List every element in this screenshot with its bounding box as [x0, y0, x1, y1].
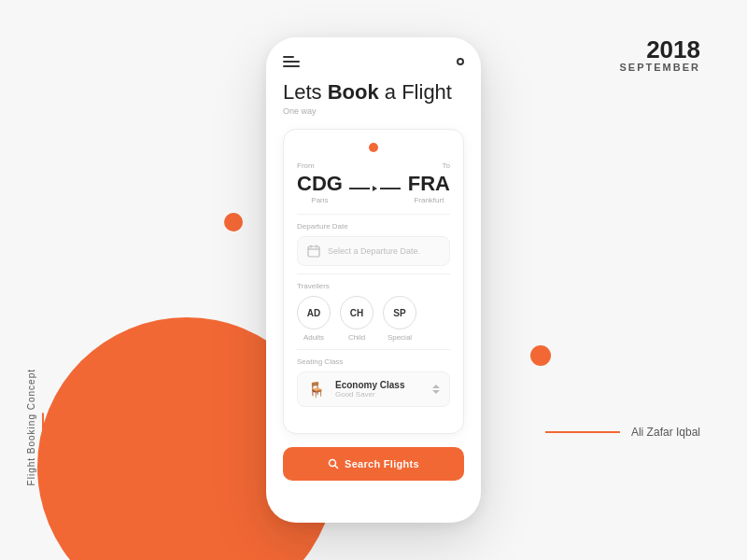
date-placeholder: Select a Departure Date.	[328, 246, 420, 256]
arrow-line-2	[380, 188, 401, 189]
route-from[interactable]: CDG Paris	[297, 172, 343, 204]
bg-circle-small-left	[224, 213, 243, 231]
traveller-child[interactable]: CH Child	[340, 296, 374, 342]
date-picker-row[interactable]: Select a Departure Date.	[297, 236, 450, 266]
traveller-special[interactable]: SP Special	[383, 296, 416, 342]
route-to[interactable]: FRA Frankfurt	[408, 172, 450, 204]
seating-row[interactable]: 🪑 Economy Class Good Saver	[297, 371, 450, 407]
main-card: From To CDG Paris FRA Frankfur	[283, 129, 464, 434]
author-line-bar	[545, 431, 620, 433]
to-code: FRA	[408, 172, 450, 196]
traveller-child-label: Child	[348, 333, 365, 342]
route-section: From To CDG Paris FRA Frankfur	[297, 161, 450, 204]
to-label: To	[443, 161, 450, 170]
hamburger-line-1	[283, 56, 294, 58]
traveller-adult-circle: AD	[297, 296, 331, 329]
divider-3	[297, 349, 450, 350]
seat-icon: 🪑	[307, 381, 326, 399]
title-prefix: Lets	[283, 80, 328, 104]
departure-section: Departure Date Select a Departure Date.	[297, 222, 450, 266]
search-flights-button[interactable]: Search Flights	[283, 447, 464, 481]
chevron-up-icon	[432, 385, 440, 388]
author-name: Ali Zafar Iqbal	[631, 426, 700, 439]
date-month: SEPTEMBER	[620, 62, 700, 73]
search-icon	[328, 458, 339, 469]
date-badge: 2018 SEPTEMBER	[620, 37, 700, 73]
date-year: 2018	[620, 37, 700, 62]
vertical-label: Flight Booking Concept	[26, 369, 44, 485]
page-title: Lets Book a Flight	[283, 80, 464, 105]
hamburger-icon[interactable]	[283, 56, 300, 67]
arrow-head	[373, 186, 377, 191]
travellers-label: Travellers	[297, 282, 450, 290]
chevron-down-icon	[432, 390, 440, 394]
dot-icon[interactable]	[457, 58, 464, 65]
phone-top-bar	[266, 56, 481, 80]
svg-point-1	[330, 460, 336, 467]
seating-sub: Good Saver	[335, 390, 423, 399]
hamburger-line-2	[283, 61, 300, 63]
traveller-child-circle: CH	[340, 296, 374, 329]
arrow-line	[349, 188, 370, 189]
from-city: Paris	[297, 196, 343, 204]
bg-circle-small-right	[530, 345, 551, 366]
vertical-label-bar	[42, 413, 44, 441]
traveller-special-circle: SP	[383, 296, 416, 329]
traveller-adult[interactable]: AD Adults	[297, 296, 331, 342]
page-subtitle: One way	[283, 106, 464, 116]
phone-mockup: Lets Book a Flight One way From To CDG P…	[266, 37, 481, 523]
departure-label: Departure Date	[297, 222, 450, 231]
phone-content: Lets Book a Flight One way From To CDG P…	[266, 80, 481, 504]
title-bold: Book	[328, 80, 379, 104]
svg-rect-0	[308, 246, 319, 257]
seating-label: Seating Class	[297, 357, 450, 366]
author-line: Ali Zafar Iqbal	[545, 426, 700, 439]
card-accent-dot	[369, 143, 378, 152]
seating-name: Economy Class	[335, 380, 423, 390]
vertical-label-text: Flight Booking Concept	[26, 369, 36, 485]
seating-section: Seating Class 🪑 Economy Class Good Saver	[297, 357, 450, 407]
route-row: CDG Paris FRA Frankfurt	[297, 172, 450, 204]
travellers-section: Travellers AD Adults CH Child SP Special	[297, 282, 450, 342]
search-button-label: Search Flights	[345, 458, 419, 469]
hamburger-line-3	[283, 65, 300, 67]
from-code: CDG	[297, 172, 343, 196]
from-label: From	[297, 161, 315, 170]
seating-info: Economy Class Good Saver	[335, 380, 423, 399]
to-city: Frankfurt	[408, 196, 450, 204]
title-suffix: a Flight	[379, 80, 452, 104]
divider-1	[297, 214, 450, 215]
traveller-options: AD Adults CH Child SP Special	[297, 296, 450, 342]
traveller-special-label: Special	[388, 333, 412, 342]
calendar-icon	[307, 245, 320, 258]
seating-arrows	[432, 385, 440, 394]
route-labels: From To	[297, 161, 450, 170]
divider-2	[297, 273, 450, 274]
traveller-adult-label: Adults	[303, 333, 324, 342]
route-arrow	[343, 186, 408, 191]
